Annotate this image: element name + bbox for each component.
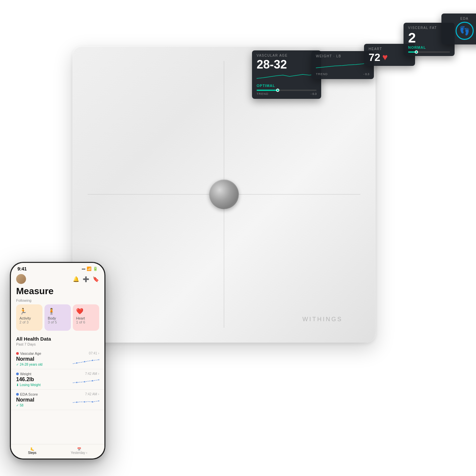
svg-point-5	[84, 381, 85, 382]
hi-eda-right: 7:42 AM ›	[73, 392, 99, 406]
scale-brand: WITHINGS	[302, 316, 343, 323]
vascular-value: Normal	[16, 356, 42, 362]
page-title: Measure	[11, 286, 104, 298]
eda-time: 7:42 AM ›	[85, 392, 99, 396]
vascular-dot	[16, 352, 19, 355]
eda-feet-icon: 👣	[456, 22, 474, 40]
visceral-slider	[408, 51, 450, 53]
vascular-mini-chart	[73, 356, 99, 366]
eda-sub: ✓ 58	[16, 404, 38, 407]
eda-card: EDA 👣	[441, 14, 476, 44]
weight-sparkline	[316, 61, 369, 70]
svg-point-2	[92, 360, 93, 361]
eda-card-label: EDA	[446, 17, 476, 20]
status-bar: 9:41 ▪▪▪ 📶 🔋	[11, 263, 104, 273]
battery-icon: 🔋	[93, 266, 98, 271]
weight-time: 7:42 AM ›	[85, 372, 99, 376]
following-cards: 🏃 Activity 2 of 3 🧍 Body 3 of 5 ❤️ Heart…	[11, 304, 104, 335]
vascular-time: 07:41 ›	[89, 351, 99, 355]
nav-icons: 🔔 ➕ 🔖	[73, 276, 99, 282]
wifi-icon: 📶	[87, 266, 92, 271]
hi-vascular-left: Vascular Age Normal ✓ 24-28 years old	[16, 351, 42, 366]
activity-name: Activity	[19, 316, 39, 320]
svg-point-10	[92, 401, 93, 403]
svg-point-1	[84, 361, 85, 362]
weight-label: Weight	[20, 372, 31, 376]
phone-container: 9:41 ▪▪▪ 📶 🔋 🔔 ➕ 🔖 Measure Followi	[10, 262, 105, 460]
hi-weight-left: Weight 146.2lb ⬇ Losing Weight	[16, 372, 41, 387]
bottom-tab-bar: 🦶 Steps 📅 Yesterday ›	[11, 444, 104, 459]
svg-point-8	[76, 402, 77, 403]
bell-icon[interactable]: 🔔	[73, 276, 79, 282]
steps-icon: 🦶	[30, 447, 34, 451]
following-card-heart[interactable]: ❤️ Heart 1 of 6	[73, 304, 99, 331]
eda-label: EDA Score	[20, 392, 38, 396]
yesterday-icon: 📅	[77, 447, 81, 451]
weight-dot	[16, 373, 19, 375]
vascular-age-card: VASCULAR AGE 28-32 OPTIMAL TREND - 0.3	[252, 50, 321, 99]
vascular-trend: TREND - 0.3	[257, 92, 317, 96]
signal-icon: ▪▪▪	[82, 267, 85, 271]
svg-point-3	[98, 359, 99, 360]
heart-follow-count: 1 of 6	[76, 320, 96, 324]
cards-container: VASCULAR AGE 28-32 OPTIMAL TREND - 0.3 W…	[252, 13, 456, 132]
following-label: Following	[11, 298, 104, 304]
weight-card-label: WEIGHT · LB	[316, 54, 369, 58]
weight-mini-chart	[73, 377, 99, 386]
health-item-vascular[interactable]: Vascular Age Normal ✓ 24-28 years old 07…	[11, 349, 104, 369]
health-item-weight[interactable]: Weight 146.2lb ⬇ Losing Weight 7:42 AM ›	[11, 369, 104, 390]
body-name: Body	[48, 316, 68, 320]
weight-trend: TREND - 0.3	[316, 72, 369, 76]
hi-vascular-right: 07:41 ›	[73, 351, 99, 366]
scale-knob	[209, 180, 239, 209]
phone-body: 9:41 ▪▪▪ 📶 🔋 🔔 ➕ 🔖 Measure Followi	[10, 262, 105, 460]
svg-point-4	[76, 382, 77, 383]
vascular-age-card-label: VASCULAR AGE	[257, 54, 317, 57]
vascular-age-card-value: 28-32	[257, 59, 317, 70]
eda-value: Normal	[16, 397, 38, 403]
vascular-slider	[257, 90, 317, 91]
weight-value: 146.2lb	[16, 377, 41, 382]
body-icon: 🧍	[48, 308, 68, 315]
plus-icon[interactable]: ➕	[83, 276, 89, 282]
tab-steps[interactable]: 🦶 Steps	[28, 447, 37, 455]
tab-yesterday[interactable]: 📅 Yesterday ›	[71, 447, 87, 455]
weight-sub: ⬇ Losing Weight	[16, 383, 41, 387]
vascular-sub: ✓ 24-28 years old	[16, 363, 42, 366]
nav-avatar[interactable]	[16, 274, 26, 284]
section-subtitle: Past 7 Days	[11, 342, 104, 349]
vascular-sparkline	[257, 72, 313, 82]
activity-icon: 🏃	[19, 308, 39, 315]
eda-dot	[16, 393, 19, 396]
following-card-body[interactable]: 🧍 Body 3 of 5	[44, 304, 71, 331]
health-item-eda[interactable]: EDA Score Normal ✓ 58 7:42 AM ›	[11, 390, 104, 410]
svg-point-9	[84, 401, 85, 403]
status-icons: ▪▪▪ 📶 🔋	[82, 266, 98, 271]
heart-value: 72	[369, 52, 380, 63]
heart-follow-name: Heart	[76, 316, 96, 320]
body-count: 3 of 5	[48, 320, 68, 324]
svg-point-0	[76, 362, 77, 364]
phone-nav: 🔔 ➕ 🔖	[11, 273, 104, 286]
hi-weight-right: 7:42 AM ›	[73, 372, 99, 386]
visceral-status: NORMAL	[408, 45, 450, 49]
bookmark-icon[interactable]: 🔖	[93, 276, 99, 282]
status-time: 9:41	[17, 266, 27, 271]
heart-follow-icon: ❤️	[76, 308, 96, 315]
svg-point-7	[98, 379, 99, 380]
vascular-status: OPTIMAL	[257, 84, 317, 88]
svg-point-11	[98, 400, 99, 402]
heart-icon: ♥	[382, 52, 388, 63]
phone-screen: 9:41 ▪▪▪ 📶 🔋 🔔 ➕ 🔖 Measure Followi	[11, 263, 104, 459]
vascular-label: Vascular Age	[20, 351, 41, 355]
activity-count: 2 of 3	[19, 320, 39, 324]
section-title: All Health Data	[11, 335, 104, 342]
following-card-activity[interactable]: 🏃 Activity 2 of 3	[16, 304, 42, 331]
svg-point-6	[92, 380, 93, 381]
hi-eda-left: EDA Score Normal ✓ 58	[16, 392, 38, 407]
eda-mini-chart	[73, 397, 99, 406]
